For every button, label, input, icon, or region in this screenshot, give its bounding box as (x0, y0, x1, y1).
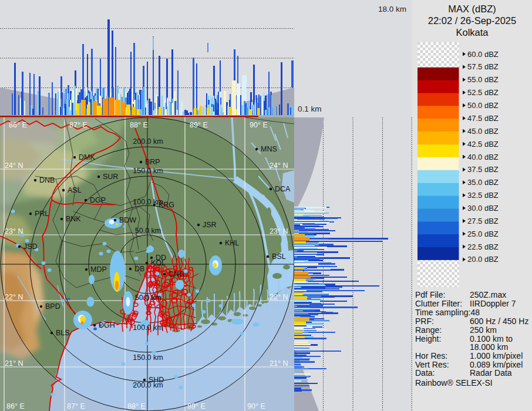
svg-text:52.5 dBZ: 52.5 dBZ (467, 88, 499, 97)
svg-text:21° N: 21° N (5, 359, 23, 368)
svg-text:50.0 km: 50.0 km (135, 294, 161, 302)
svg-text:22° N: 22° N (270, 293, 288, 301)
svg-text:Pdf File:: Pdf File: (415, 290, 445, 299)
svg-text:22:02 / 26-Sep-2025: 22:02 / 26-Sep-2025 (428, 15, 516, 26)
svg-text:CNG: CNG (169, 270, 185, 278)
svg-text:90° E: 90° E (250, 121, 268, 129)
svg-text:SUR: SUR (103, 173, 118, 181)
svg-text:100.0 km: 100.0 km (133, 324, 163, 332)
svg-text:24° N: 24° N (270, 161, 288, 170)
svg-text:Rainbow® SELEX-SI: Rainbow® SELEX-SI (415, 378, 493, 388)
svg-text:18.0 km: 18.0 km (378, 5, 406, 14)
svg-text:24° N: 24° N (5, 161, 23, 170)
svg-text:Radar Data: Radar Data (470, 368, 512, 378)
svg-text:0.1 km: 0.1 km (298, 105, 322, 113)
svg-text:KRG: KRG (159, 201, 174, 209)
svg-text:JSD: JSD (23, 242, 38, 251)
svg-text:Data:: Data: (415, 368, 435, 378)
svg-text:250Z.max: 250Z.max (470, 290, 506, 299)
svg-text:JSR: JSR (203, 221, 217, 229)
svg-text:MAX (dBZ): MAX (dBZ) (448, 4, 496, 14)
svg-text:150.0 km: 150.0 km (133, 167, 163, 175)
svg-text:18.000 km: 18.000 km (470, 342, 508, 352)
svg-text:MDP: MDP (90, 265, 107, 274)
svg-text:PRF:: PRF: (415, 316, 434, 326)
svg-text:DGP: DGP (90, 196, 106, 204)
svg-text:BDW: BDW (119, 216, 136, 224)
svg-text:BNK: BNK (66, 215, 81, 223)
svg-text:Kolkata: Kolkata (456, 27, 489, 38)
svg-text:SHD: SHD (149, 376, 164, 384)
svg-text:Height:: Height: (415, 334, 441, 343)
svg-text:DMK: DMK (79, 153, 95, 161)
svg-text:60.0 dBZ: 60.0 dBZ (467, 50, 499, 59)
svg-text:32.5 dBZ: 32.5 dBZ (467, 191, 499, 200)
svg-text:23° N: 23° N (5, 227, 23, 235)
svg-text:KHL: KHL (225, 239, 239, 247)
svg-text:Clutter Filter:: Clutter Filter: (415, 299, 462, 308)
svg-text:27.5 dBZ: 27.5 dBZ (467, 217, 499, 225)
svg-text:42.5 dBZ: 42.5 dBZ (467, 140, 499, 149)
svg-text:MNS: MNS (261, 145, 277, 153)
svg-text:600 Hz / 450 Hz: 600 Hz / 450 Hz (470, 316, 528, 326)
svg-text:BSL: BSL (272, 252, 286, 261)
svg-text:45.0 dBZ: 45.0 dBZ (467, 127, 499, 136)
svg-text:250 km: 250 km (470, 325, 497, 335)
svg-text:PRL: PRL (35, 210, 49, 218)
svg-text:57.5 dBZ: 57.5 dBZ (467, 62, 499, 71)
svg-text:87° E: 87° E (67, 402, 85, 410)
svg-text:37.5 dBZ: 37.5 dBZ (467, 165, 499, 174)
svg-text:50.0 dBZ: 50.0 dBZ (467, 101, 499, 110)
svg-text:DGH: DGH (99, 321, 115, 329)
svg-text:BLS: BLS (56, 329, 70, 337)
svg-text:90° E: 90° E (247, 402, 265, 410)
svg-text:1.000 km/pixel: 1.000 km/pixel (470, 351, 523, 361)
svg-text:20.0 dBZ: 20.0 dBZ (467, 255, 499, 264)
svg-text:89° E: 89° E (187, 402, 206, 410)
svg-text:DNB: DNB (39, 176, 55, 184)
svg-text:89° E: 89° E (190, 121, 208, 129)
svg-text:Time sampling:48: Time sampling:48 (415, 308, 480, 317)
svg-text:22.5 dBZ: 22.5 dBZ (467, 242, 499, 251)
svg-text:DB: DB (134, 265, 144, 273)
svg-text:50.0 km: 50.0 km (135, 227, 161, 235)
svg-text:25.0 dBZ: 25.0 dBZ (467, 230, 499, 238)
svg-text:150.0 km: 150.0 km (133, 353, 163, 362)
svg-text:KOL: KOL (151, 259, 166, 267)
svg-text:23° N: 23° N (270, 227, 288, 235)
svg-text:87° E: 87° E (69, 121, 87, 129)
svg-text:88° E: 88° E (130, 121, 148, 129)
svg-text:35.0 dBZ: 35.0 dBZ (467, 178, 499, 187)
svg-text:55.0 dBZ: 55.0 dBZ (467, 75, 499, 84)
svg-text:IIRDoppler 7: IIRDoppler 7 (470, 299, 516, 308)
svg-text:21° N: 21° N (270, 359, 288, 368)
svg-text:Hor Res:: Hor Res: (415, 351, 447, 361)
svg-text:200.0 km: 200.0 km (133, 137, 163, 146)
svg-text:88° E: 88° E (127, 402, 146, 410)
svg-text:40.0 dBZ: 40.0 dBZ (467, 153, 499, 161)
svg-text:BPD: BPD (45, 302, 60, 311)
svg-text:47.5 dBZ: 47.5 dBZ (467, 114, 499, 123)
svg-text:30.0 dBZ: 30.0 dBZ (467, 204, 499, 213)
svg-text:Range:: Range: (415, 325, 442, 335)
svg-text:BRP: BRP (145, 158, 160, 166)
svg-text:22° N: 22° N (5, 293, 23, 301)
svg-text:ASL: ASL (68, 186, 82, 194)
svg-text:86° E: 86° E (9, 121, 27, 129)
svg-text:86° E: 86° E (6, 402, 25, 410)
svg-text:DCA: DCA (275, 185, 291, 193)
